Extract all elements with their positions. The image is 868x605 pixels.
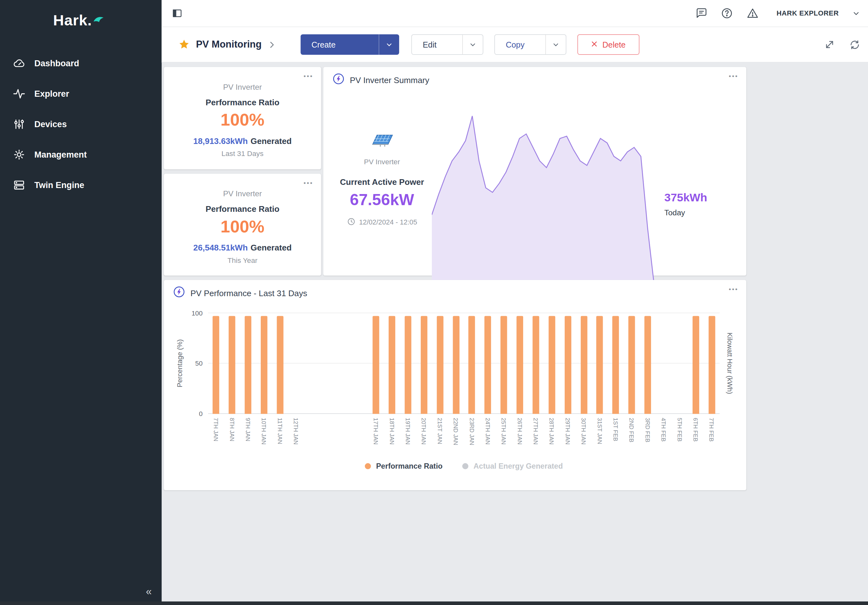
bar-slot: [400, 313, 416, 414]
x-tick-label: 18TH JAN: [389, 418, 395, 454]
legend-dot: [463, 463, 468, 469]
x-label-slot: 24TH JAN: [480, 418, 496, 454]
sidebar-item-explorer[interactable]: Explorer: [0, 79, 162, 109]
x-tick-label: 5TH FEB: [676, 418, 683, 454]
twin-engine-icon: [12, 178, 25, 192]
bar-slot: [256, 313, 272, 414]
bar: [581, 316, 587, 414]
create-button-label: Create: [301, 40, 347, 49]
x-tick-label: 10TH JAN: [261, 418, 267, 454]
favorite-star-icon[interactable]: [178, 39, 190, 50]
x-label-slot: 25TH JAN: [496, 418, 512, 454]
edit-dropdown-chevron-icon[interactable]: [462, 35, 482, 54]
panel-toggle-icon[interactable]: [173, 9, 182, 18]
legend-item-performance-ratio[interactable]: Performance Ratio: [365, 462, 443, 470]
generated-value: 18,913.63kWh: [193, 136, 248, 145]
x-tick-label: 21ST JAN: [437, 418, 443, 454]
delete-button[interactable]: Delete: [577, 34, 639, 55]
chat-icon[interactable]: [695, 7, 707, 19]
help-icon[interactable]: [721, 7, 733, 19]
bar-slot: [352, 313, 368, 414]
x-tick-label: 28TH JAN: [549, 418, 555, 454]
x-label-slot: 22ND JAN: [448, 418, 464, 454]
bar: [692, 316, 699, 414]
card-menu-button[interactable]: •••: [304, 179, 313, 186]
x-tick-label: 31ST JAN: [597, 418, 603, 454]
bar-slot: [672, 313, 688, 414]
bar: [597, 316, 603, 414]
bar-slot: [576, 313, 592, 414]
bar: [516, 316, 523, 414]
logo-text: Hark.: [53, 12, 92, 29]
bar-slot: [592, 313, 608, 414]
x-tick-label: 11TH JAN: [277, 418, 283, 454]
bar-slot: [288, 313, 304, 414]
x-tick-label: 9TH JAN: [245, 418, 251, 454]
management-icon: [12, 148, 25, 161]
card-pv-performance: PV Performance - Last 31 Days ••• Percen…: [164, 280, 747, 490]
card-menu-button[interactable]: •••: [729, 73, 739, 79]
sidebar-item-label: Management: [34, 150, 87, 159]
dashboard-icon: [12, 57, 25, 70]
bar-slot: [528, 313, 544, 414]
y-tick-label: 100: [192, 309, 203, 317]
x-label-slot: [320, 418, 336, 454]
bar-slot: [688, 313, 704, 414]
refresh-icon[interactable]: [849, 39, 860, 50]
power-label: Current Active Power: [340, 177, 424, 186]
x-tick-label: 12TH JAN: [293, 418, 299, 454]
copy-dropdown-chevron-icon[interactable]: [545, 35, 566, 54]
x-tick-label: 22ND JAN: [453, 418, 459, 454]
create-button[interactable]: Create: [301, 34, 399, 55]
x-label-slot: 12TH JAN: [288, 418, 304, 454]
edit-button[interactable]: Edit: [411, 34, 483, 55]
x-label-slot: 23RD JAN: [464, 418, 480, 454]
bar-slot: [336, 313, 352, 414]
account-name[interactable]: HARK EXPLORER: [777, 9, 839, 17]
x-label-slot: 4TH FEB: [656, 418, 672, 454]
x-label-slot: 1ST FEB: [608, 418, 624, 454]
logo[interactable]: Hark.: [0, 0, 162, 29]
bar-slot: [208, 313, 224, 414]
bar-slot: [304, 313, 320, 414]
sidebar-item-label: Devices: [34, 119, 67, 129]
bar: [213, 316, 220, 414]
copy-button[interactable]: Copy: [494, 34, 566, 55]
x-tick-label: 27TH JAN: [533, 418, 539, 454]
y-tick-label: 50: [195, 360, 202, 367]
delete-x-icon: [591, 40, 598, 49]
bar-slot: [480, 313, 496, 414]
account-chevron-down-icon[interactable]: [852, 9, 860, 17]
card-performance-ratio-31d: ••• PV Inverter Performance Ratio 100% 1…: [164, 67, 321, 169]
solar-panel-icon: [368, 131, 397, 151]
chart-legend: Performance Ratio Actual Energy Generate…: [208, 462, 719, 470]
window-bottom-edge: [0, 602, 868, 605]
metric-value: 100%: [164, 217, 321, 237]
device-name: PV Inverter: [164, 82, 321, 91]
sidebar-item-dashboard[interactable]: Dashboard: [0, 48, 162, 79]
sidebar-item-management[interactable]: Management: [0, 139, 162, 170]
perf-plot: [208, 313, 719, 414]
legend-item-actual-energy[interactable]: Actual Energy Generated: [463, 462, 563, 470]
expand-icon[interactable]: [824, 39, 835, 50]
bar-slot: [272, 313, 288, 414]
bar: [437, 316, 443, 414]
generated-line: 18,913.63kWhGenerated: [164, 136, 321, 145]
sidebar: Hark. Dashboard Explorer: [0, 0, 162, 605]
sidebar-item-devices[interactable]: Devices: [0, 109, 162, 139]
copy-button-label: Copy: [494, 40, 536, 49]
x-tick-label: 7TH JAN: [213, 418, 220, 454]
create-dropdown-chevron-icon[interactable]: [378, 34, 399, 55]
card-menu-button[interactable]: •••: [729, 285, 739, 292]
sidebar-collapse-button[interactable]: «: [146, 585, 152, 597]
bar-slot: [624, 313, 640, 414]
summary-card-header: PV Inverter Summary •••: [323, 67, 746, 92]
sidebar-item-twin-engine[interactable]: Twin Engine: [0, 170, 162, 200]
bar: [533, 316, 539, 414]
card-performance-ratio-year: ••• PV Inverter Performance Ratio 100% 2…: [164, 174, 321, 275]
legend-dot: [365, 463, 371, 469]
metric-value: 100%: [164, 110, 321, 130]
card-menu-button[interactable]: •••: [304, 73, 313, 79]
bird-icon: [93, 11, 104, 28]
warning-icon[interactable]: [746, 7, 759, 19]
